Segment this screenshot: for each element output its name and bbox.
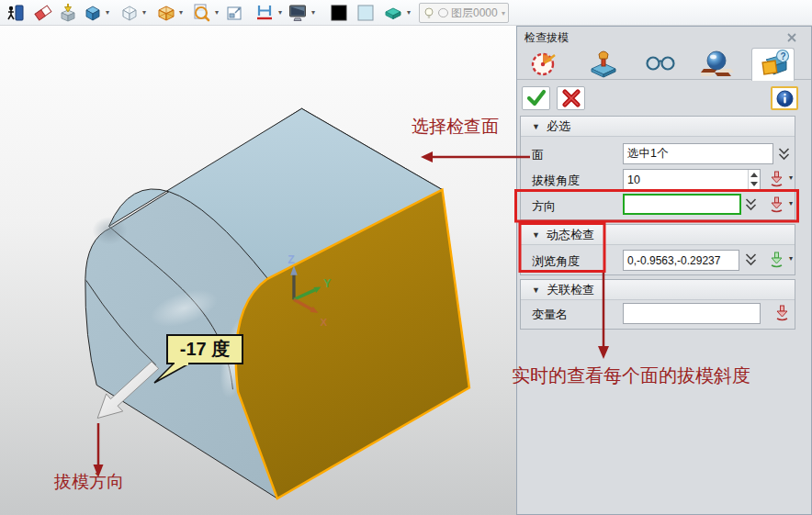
close-icon[interactable] [785, 31, 798, 44]
dialog-title: 检查拔模 [524, 30, 569, 46]
model-body[interactable] [85, 108, 469, 498]
direction-label: 方向 [532, 198, 556, 215]
triad-x-label: X [320, 317, 327, 328]
viewport-3d[interactable]: Z Y X [0, 26, 516, 515]
section-box-icon[interactable] [58, 3, 78, 23]
tab-draft-gauge-icon[interactable] [529, 49, 562, 78]
insert-green-icon[interactable] [769, 251, 784, 268]
face-input[interactable] [623, 143, 773, 164]
x-icon [561, 89, 581, 107]
collapse-triangle-icon: ▼ [532, 285, 540, 295]
collapse-triangle-icon: ▼ [532, 122, 540, 131]
eraser-icon[interactable] [33, 3, 53, 23]
insert-red-dropdown[interactable]: ▾ [786, 174, 795, 182]
layer-combo[interactable]: 图层0000 ▾ [419, 3, 509, 23]
draft-angle-spinner[interactable] [748, 170, 760, 189]
model-canvas: Z Y X [0, 26, 516, 515]
cancel-x-button[interactable] [557, 86, 585, 110]
expand-chevrons-icon[interactable] [745, 252, 757, 266]
annotation-realtime-view: 实时的查看每个面的拔模斜度 [512, 364, 798, 388]
shaded-cube-dropdown[interactable]: ▾ [103, 8, 112, 17]
tab-glasses-icon[interactable] [644, 49, 677, 78]
zoom-document-icon[interactable] [191, 3, 211, 23]
insert-red-icon[interactable] [774, 304, 790, 321]
tab-sphere-render-icon[interactable] [701, 49, 734, 78]
blue-color-swatch[interactable] [355, 3, 376, 23]
variable-name-input[interactable] [623, 303, 761, 324]
face-style-icon[interactable] [383, 3, 403, 23]
orange-wireframe-cube-icon[interactable] [156, 3, 176, 23]
display-icon[interactable] [288, 3, 308, 23]
section-title: 动态检查 [547, 227, 594, 243]
draft-check-dialog: 检查拔模 [516, 26, 812, 515]
wireframe-cube-icon[interactable] [119, 3, 140, 23]
black-color-swatch[interactable] [329, 3, 349, 23]
draft-angle-callout: -17 度 [166, 334, 243, 364]
direction-input[interactable] [623, 194, 741, 215]
insert-red-icon[interactable] [769, 170, 784, 187]
section-linked-header[interactable]: ▼ 关联检查 [521, 280, 795, 300]
insert-red-dropdown[interactable]: ▾ [786, 199, 795, 207]
section-title: 关联检查 [547, 282, 594, 298]
insert-green-dropdown[interactable]: ▾ [786, 254, 795, 263]
browse-angle-input[interactable] [623, 250, 739, 271]
annotation-draft-direction: 拔模方向 [54, 470, 124, 494]
exit-icon[interactable] [5, 3, 25, 23]
shaded-cube-icon[interactable] [83, 3, 103, 23]
section-title: 必选 [547, 118, 570, 135]
fit-width-icon[interactable] [254, 3, 275, 23]
variable-name-label: 变量名 [532, 307, 568, 323]
circle-icon [437, 6, 449, 19]
draft-angle-input[interactable] [623, 169, 761, 190]
wireframe-cube-dropdown[interactable]: ▾ [140, 8, 149, 17]
collapse-triangle-icon: ▼ [532, 230, 540, 240]
info-icon [776, 90, 794, 107]
browse-angle-label: 浏览角度 [532, 253, 580, 270]
spinner-up-icon[interactable] [750, 173, 758, 178]
resize-window-icon[interactable] [224, 3, 244, 23]
check-icon [525, 89, 547, 107]
zoom-dropdown[interactable]: ▾ [212, 8, 221, 17]
spinner-down-icon[interactable] [750, 181, 758, 186]
triad-z-label: Z [288, 253, 295, 266]
section-required-header[interactable]: ▼ 必选 [521, 117, 795, 137]
info-button[interactable] [771, 86, 798, 110]
ok-check-button[interactable] [522, 86, 550, 110]
layer-combo-dropdown[interactable]: ▾ [502, 9, 505, 17]
layer-combo-value: 图层0000 [451, 6, 500, 21]
main-toolbar: ▾ ▾ ▾ ▾ ▾ ▾ [0, 0, 812, 26]
face-style-dropdown[interactable]: ▾ [404, 8, 413, 17]
draft-angle-label: 拔模角度 [532, 173, 580, 189]
lightbulb-icon [423, 6, 435, 20]
tab-stamp-icon[interactable] [587, 49, 620, 78]
orange-cube-dropdown[interactable]: ▾ [176, 8, 186, 17]
fit-dropdown[interactable]: ▾ [276, 8, 285, 17]
svg-text:?: ? [781, 51, 786, 62]
expand-chevrons-icon[interactable] [778, 147, 790, 161]
triad-y-label: Y [323, 277, 332, 290]
expand-chevrons-icon[interactable] [745, 197, 757, 211]
face-label: 面 [532, 147, 544, 163]
section-dynamic-header[interactable]: ▼ 动态检查 [521, 225, 795, 245]
display-dropdown[interactable]: ▾ [309, 8, 318, 17]
tab-draft-check-icon[interactable]: ? [759, 49, 792, 78]
annotation-select-face: 选择检查面 [412, 115, 499, 139]
insert-red-icon[interactable] [769, 196, 784, 213]
